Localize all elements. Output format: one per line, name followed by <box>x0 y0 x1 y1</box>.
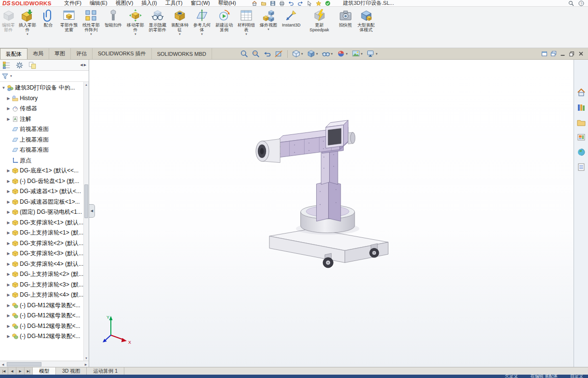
tree-item[interactable]: ▶DG-支撑滚轮<1> (默认... <box>0 218 83 228</box>
menu-help[interactable]: 帮助(H) <box>218 0 236 7</box>
tree-item[interactable]: ▶(-) DG-M12螺母装配<... <box>0 300 83 311</box>
tree-expand-icon[interactable]: ▶ <box>6 241 11 246</box>
design-library-icon[interactable] <box>576 103 586 112</box>
tree-item[interactable]: ▶DG-减速器<1> (默认<... <box>0 186 83 197</box>
move-component-button[interactable]: 移动零部件▼ <box>124 8 147 37</box>
dropdown-arrow-icon[interactable]: ▼ <box>301 52 304 55</box>
view-settings-button[interactable]: ▼ <box>365 49 379 58</box>
edit-appearance-button[interactable]: ▼ <box>336 49 349 58</box>
dropdown-arrow-icon[interactable]: ▼ <box>316 52 319 55</box>
dropdown-arrow-icon[interactable]: ▼ <box>26 33 29 36</box>
assembly-3d-model[interactable] <box>89 60 574 367</box>
dropdown-arrow-icon[interactable]: ▼ <box>134 33 137 36</box>
horizontal-scroll-track[interactable] <box>6 361 83 367</box>
reference-geometry-button[interactable]: 参考几何体▼ <box>191 8 213 37</box>
speedpak-button[interactable]: 更新 Speedpak <box>303 8 336 33</box>
print-icon[interactable] <box>279 0 285 6</box>
tree-expand-icon[interactable]: ▶ <box>6 324 11 328</box>
tree-expand-icon[interactable]: ▶ <box>6 221 11 225</box>
dropdown-arrow-icon[interactable]: ▼ <box>331 52 334 55</box>
tab-scroll-first-button[interactable]: |◀ <box>0 367 8 375</box>
tree-item[interactable]: ▶DG-支撑滚轮<4> (默认... <box>0 259 83 270</box>
menu-view[interactable]: 视图(V) <box>116 0 134 7</box>
insert-component-button[interactable]: 插入零部件▼ <box>16 8 39 37</box>
menu-window[interactable]: 窗口(W) <box>191 0 210 7</box>
tree-item[interactable]: ▶DG-支撑滚轮<3> (默认... <box>0 248 83 259</box>
tree-expand-icon[interactable]: ▶ <box>6 231 11 235</box>
scroll-right-icon[interactable]: ▶ <box>83 361 89 367</box>
open-icon[interactable] <box>261 0 267 6</box>
view-palette-icon[interactable] <box>576 132 586 142</box>
tree-item-root[interactable]: ▼建筑3D打印设备 中的... <box>0 83 83 93</box>
doc-tab-motion-study-1[interactable]: 运动算例 1 <box>87 367 124 375</box>
search-icon[interactable] <box>568 0 574 6</box>
tab-scroll-last-button[interactable]: ▶| <box>25 367 33 375</box>
configuration-manager-tab[interactable] <box>28 61 37 69</box>
smart-fasteners-button[interactable]: 智能扣件 <box>102 8 124 28</box>
select-icon[interactable] <box>307 0 312 6</box>
help-icon[interactable]: ? <box>578 0 584 6</box>
tab-solidworks-mbd[interactable]: SOLIDWORKS MBD <box>152 48 212 59</box>
tree-expand-icon[interactable]: ▶ <box>6 117 11 121</box>
menu-tools[interactable]: 工具(T) <box>165 0 183 7</box>
zoom-area-button[interactable] <box>251 49 261 58</box>
appearances-scenes-icon[interactable] <box>576 147 586 157</box>
dropdown-arrow-icon[interactable]: ▼ <box>200 33 203 36</box>
tree-expand-icon[interactable]: ▶ <box>6 251 11 256</box>
dropdown-arrow-icon[interactable]: ▼ <box>267 28 270 31</box>
feature-manager-tree-tab[interactable] <box>2 61 11 69</box>
tree-expand-icon[interactable]: ▶ <box>6 313 11 318</box>
doc-tab-3d-views[interactable]: 3D 视图 <box>56 367 87 375</box>
save-icon[interactable] <box>270 0 276 6</box>
tree-expand-icon[interactable]: ▶ <box>6 272 11 276</box>
redo-icon[interactable] <box>297 0 303 6</box>
filter-funnel-icon[interactable] <box>1 73 9 80</box>
tab-evaluate[interactable]: 评估 <box>71 48 93 59</box>
property-manager-tab[interactable] <box>15 61 24 69</box>
panel-tab-scroll[interactable]: ◀ ▶ <box>80 63 86 67</box>
tree-item[interactable]: 右视基准面 <box>0 145 83 156</box>
tree-expand-icon[interactable]: ▶ <box>6 200 11 204</box>
exploded-view-button[interactable]: 爆炸视图▼ <box>257 8 280 32</box>
new-window-button[interactable] <box>541 51 548 57</box>
tree-item[interactable]: ▶传感器 <box>0 104 83 114</box>
file-explorer-icon[interactable] <box>576 117 586 127</box>
tab-sketch[interactable]: 草图 <box>49 48 71 59</box>
panel-collapse-arrow[interactable]: ◀ <box>89 204 95 218</box>
tab-scroll-next-button[interactable]: ▶ <box>16 367 25 375</box>
tree-item[interactable]: 上视基准面 <box>0 135 83 145</box>
tab-layout[interactable]: 布局 <box>27 48 49 59</box>
dropdown-arrow-icon[interactable]: ▼ <box>375 52 378 55</box>
vertical-scroll-thumb[interactable] <box>84 184 88 218</box>
view-orientation-button[interactable]: ▼ <box>291 49 305 58</box>
menu-file[interactable]: 文件(F) <box>64 0 81 7</box>
tree-item[interactable]: ▶DG-上支持滚轮<1> (默... <box>0 228 83 238</box>
display-style-button[interactable]: ▼ <box>306 49 320 58</box>
solidworks-resources-icon[interactable] <box>576 88 586 97</box>
tree-vertical-scrollbar[interactable]: ▲ ▼ <box>83 82 89 361</box>
linear-pattern-button[interactable]: 线性零部件阵列▼ <box>80 8 102 37</box>
tree-item[interactable]: ▶(固定) DG-驱动电机<1... <box>0 207 83 218</box>
tree-expand-icon[interactable]: ▶ <box>6 179 11 183</box>
tree-item[interactable]: ▶History <box>0 93 83 104</box>
mate-button[interactable]: 配合 <box>39 8 58 28</box>
tree-filter-bar[interactable]: ▼ <box>0 71 89 82</box>
tree-expand-icon[interactable]: ▶ <box>6 303 11 308</box>
tree-expand-icon[interactable]: ▶ <box>6 334 11 339</box>
tree-item[interactable]: ▶DG-底座<1> (默认<<... <box>0 166 83 176</box>
tree-expand-icon[interactable]: ▶ <box>6 189 11 194</box>
tree-item[interactable]: ▶(-) DG-M12螺母装配<... <box>0 311 83 321</box>
horizontal-scroll-thumb[interactable] <box>7 362 41 366</box>
restore-button[interactable] <box>569 51 575 57</box>
dropdown-arrow-icon[interactable]: ▼ <box>346 52 348 55</box>
dropdown-arrow-icon[interactable]: ▼ <box>90 33 93 36</box>
assembly-features-button[interactable]: 装配体特征▼ <box>169 8 191 37</box>
undo-icon[interactable] <box>288 0 294 6</box>
tree-expand-icon[interactable]: ▶ <box>6 293 11 297</box>
tree-expand-icon[interactable]: ▶ <box>6 96 11 101</box>
tree-expand-icon[interactable]: ▶ <box>6 210 11 214</box>
large-assembly-button[interactable]: 大型装配体模式 <box>355 8 377 33</box>
star-icon[interactable] <box>316 0 321 6</box>
home-icon[interactable] <box>252 0 257 6</box>
close-button[interactable] <box>578 51 584 57</box>
